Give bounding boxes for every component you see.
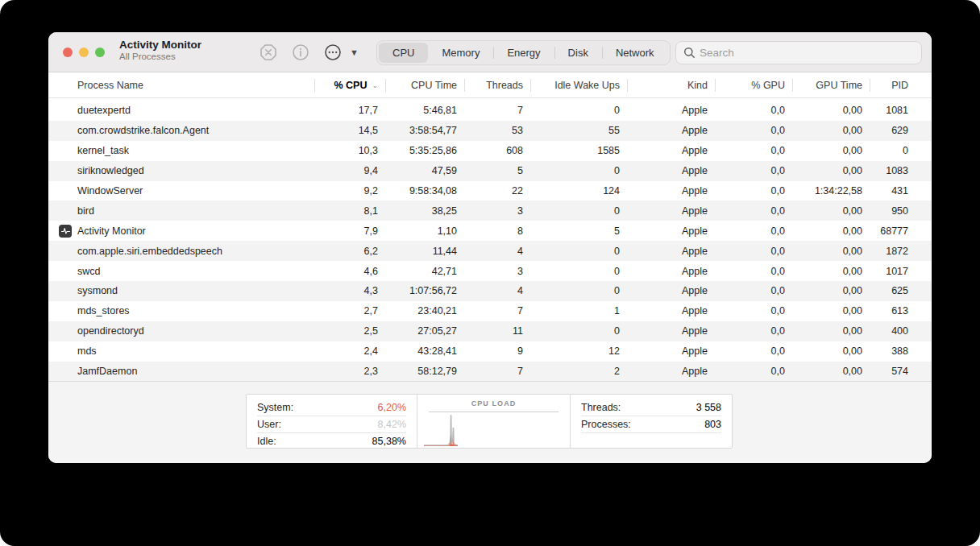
table-row[interactable]: swcd4,642,7130Apple0,00,001017 bbox=[48, 261, 932, 281]
table-row[interactable]: mds_stores2,723:40,2171Apple0,00,00613 bbox=[48, 301, 932, 321]
table-row[interactable]: WindowServer9,29:58:34,0822124Apple0,01:… bbox=[48, 181, 932, 201]
search-field[interactable] bbox=[675, 41, 922, 64]
process-table: duetexpertd17,75:46,8170Apple0,00,001081… bbox=[48, 98, 932, 381]
cell-gpu: 0,0 bbox=[715, 185, 792, 196]
cell-pid: 1017 bbox=[870, 266, 916, 277]
table-row[interactable]: mds2,443:28,41912Apple0,00,00388 bbox=[48, 341, 932, 362]
system-value: 6,20% bbox=[378, 402, 406, 413]
zoom-button[interactable] bbox=[95, 48, 105, 57]
search-input[interactable] bbox=[700, 47, 914, 59]
search-icon bbox=[683, 47, 696, 59]
cell-kind: Apple bbox=[627, 246, 715, 257]
cell-threads: 3 bbox=[464, 205, 530, 217]
cell-gpu-time: 0,00 bbox=[792, 205, 870, 217]
cell-pid: 0 bbox=[870, 145, 916, 156]
table-row[interactable]: Activity Monitor7,91,1085Apple0,00,00687… bbox=[48, 221, 932, 241]
quit-process-button[interactable] bbox=[260, 43, 277, 61]
column-header-kind[interactable]: Kind bbox=[627, 72, 715, 98]
cell-gpu: 0,0 bbox=[715, 225, 792, 237]
cell-idle-wake-ups: 0 bbox=[530, 266, 627, 277]
table-row[interactable]: com.crowdstrike.falcon.Agent14,53:58:54,… bbox=[48, 121, 932, 141]
tab-energy[interactable]: Energy bbox=[493, 43, 554, 63]
tab-network[interactable]: Network bbox=[602, 43, 668, 63]
inspect-button[interactable] bbox=[292, 43, 309, 61]
system-label: System: bbox=[257, 402, 293, 413]
desktop-background: Activity Monitor All Processes bbox=[0, 0, 980, 546]
cell-cpu-time: 5:46,81 bbox=[385, 105, 464, 116]
column-header-threads[interactable]: Threads bbox=[464, 72, 530, 98]
column-header-gpu-time[interactable]: GPU Time bbox=[792, 72, 870, 98]
cell-pid: 574 bbox=[870, 366, 916, 377]
cell-threads: 53 bbox=[464, 125, 530, 136]
cell-pid: 613 bbox=[870, 305, 916, 316]
close-button[interactable] bbox=[63, 48, 73, 57]
processes-label: Processes: bbox=[581, 419, 631, 430]
tab-memory[interactable]: Memory bbox=[428, 43, 493, 63]
cell-gpu-time: 0,00 bbox=[792, 165, 870, 176]
user-stat: User: 8,42% bbox=[257, 416, 406, 432]
cell-gpu-time: 0,00 bbox=[792, 305, 870, 316]
cell-threads: 5 bbox=[464, 165, 530, 176]
idle-label: Idle: bbox=[257, 436, 276, 447]
cell-idle-wake-ups: 1 bbox=[530, 305, 627, 316]
cell-kind: Apple bbox=[627, 285, 715, 296]
cell-threads: 3 bbox=[464, 266, 530, 277]
minimize-button[interactable] bbox=[79, 48, 89, 57]
cell-cpu-time: 43:28,41 bbox=[385, 345, 464, 357]
column-header-cpu[interactable]: % CPU ⌄ bbox=[314, 72, 385, 98]
cell-cpu: 10,3 bbox=[314, 145, 385, 156]
cell-threads: 4 bbox=[464, 246, 530, 257]
column-header-pid[interactable]: PID bbox=[870, 72, 916, 98]
column-header-gpu[interactable]: % GPU bbox=[715, 72, 792, 98]
column-header-cpu-time[interactable]: CPU Time bbox=[385, 72, 464, 98]
divider bbox=[581, 432, 721, 433]
threads-value: 3 558 bbox=[696, 402, 721, 413]
cell-cpu-time: 9:58:34,08 bbox=[385, 185, 464, 196]
cpu-usage-section: System: 6,20% User: 8,42% Idle: 85,38% bbox=[247, 395, 417, 448]
cell-process-name: duetexpertd bbox=[48, 105, 314, 116]
table-row[interactable]: bird8,138,2530Apple0,00,00950 bbox=[48, 201, 932, 221]
cell-gpu-time: 0,00 bbox=[792, 225, 870, 237]
cell-gpu: 0,0 bbox=[715, 266, 792, 277]
table-row[interactable]: duetexpertd17,75:46,8170Apple0,00,001081 bbox=[48, 101, 932, 121]
cell-process-name: com.crowdstrike.falcon.Agent bbox=[48, 125, 314, 136]
table-row[interactable]: JamfDaemon2,358:12,7972Apple0,00,00574 bbox=[48, 362, 932, 382]
cell-gpu: 0,0 bbox=[715, 125, 792, 136]
tab-disk[interactable]: Disk bbox=[554, 43, 602, 63]
ellipsis-circle-icon bbox=[324, 43, 342, 61]
cell-idle-wake-ups: 0 bbox=[530, 246, 627, 257]
cell-gpu: 0,0 bbox=[715, 145, 792, 156]
table-row[interactable]: com.apple.siri.embeddedspeech6,211,4440A… bbox=[48, 241, 932, 261]
cell-threads: 7 bbox=[464, 366, 530, 377]
threads-label: Threads: bbox=[581, 402, 621, 413]
cell-process-name: sysmond bbox=[48, 285, 314, 296]
cell-idle-wake-ups: 0 bbox=[530, 285, 627, 296]
cell-kind: Apple bbox=[627, 325, 715, 337]
cell-cpu-time: 5:35:25,86 bbox=[385, 145, 464, 156]
cell-kind: Apple bbox=[627, 165, 715, 176]
table-row[interactable]: siriknowledged9,447,5950Apple0,00,001083 bbox=[48, 161, 932, 181]
cell-gpu: 0,0 bbox=[715, 325, 792, 337]
cell-kind: Apple bbox=[627, 145, 715, 156]
table-row[interactable]: opendirectoryd2,527:05,27110Apple0,00,00… bbox=[48, 321, 932, 341]
cell-process-name: mds bbox=[48, 345, 314, 357]
tab-cpu[interactable]: CPU bbox=[379, 43, 428, 63]
cell-kind: Apple bbox=[627, 185, 715, 196]
cell-process-name: JamfDaemon bbox=[48, 366, 314, 377]
threads-stat: Threads: 3 558 bbox=[581, 399, 721, 416]
cell-pid: 625 bbox=[870, 285, 916, 296]
cell-gpu-time: 0,00 bbox=[792, 105, 870, 116]
table-row[interactable]: kernel_task10,35:35:25,866081585Apple0,0… bbox=[48, 141, 932, 161]
cell-cpu: 2,5 bbox=[314, 325, 385, 337]
activity-monitor-app-icon bbox=[61, 226, 70, 235]
column-header-process-name[interactable]: Process Name bbox=[48, 72, 314, 98]
cell-cpu-time: 42,71 bbox=[385, 266, 464, 277]
table-row[interactable]: sysmond4,31:07:56,7240Apple0,00,00625 bbox=[48, 281, 932, 301]
column-header-idle-wake-ups[interactable]: Idle Wake Ups bbox=[530, 72, 627, 98]
cell-cpu: 14,5 bbox=[314, 125, 385, 136]
cell-kind: Apple bbox=[627, 225, 715, 237]
cell-gpu: 0,0 bbox=[715, 246, 792, 257]
more-options-button[interactable] bbox=[324, 43, 342, 61]
cpu-stats-box: System: 6,20% User: 8,42% Idle: 85,38% bbox=[246, 394, 733, 449]
cell-gpu: 0,0 bbox=[715, 345, 792, 357]
